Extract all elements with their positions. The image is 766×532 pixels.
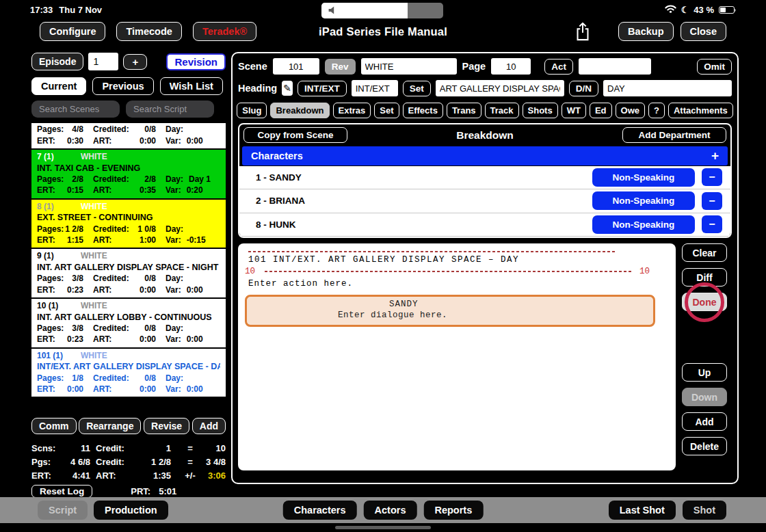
configure-button[interactable]: Configure [40, 22, 105, 41]
ert-value: 0:23 [67, 284, 83, 295]
int-ext-input[interactable] [352, 80, 398, 96]
revise-button[interactable]: Revise [144, 418, 189, 434]
heading-label: Heading [238, 83, 277, 94]
speaking-toggle-button[interactable]: Non-Speaking [592, 215, 695, 234]
scene-list-item-selected[interactable]: 101 (1) WHITE INT/EXT. ART GALLERY DISPL… [31, 349, 226, 399]
pages-label: Pages: [37, 373, 64, 384]
script-editor[interactable]: 101 INT/EXT. ART GALLERY DISPLAY SPACE –… [238, 243, 676, 470]
shot-button[interactable]: Shot [683, 501, 726, 520]
tab-extras[interactable]: Extras [333, 103, 371, 118]
tab-trans[interactable]: Trans [447, 103, 481, 118]
heading-edit-checkbox[interactable]: ✎ [282, 81, 293, 96]
reset-log-button[interactable]: Reset Log [31, 485, 92, 498]
scene-list-item[interactable]: INT. ART GALLERY DISPLAY SPACE - SAME...… [31, 123, 226, 150]
bottom-toolbar: Script Production Characters Actors Repo… [0, 497, 766, 523]
scene-list-item[interactable]: 9 (1) WHITE INT. ART GALLERY DISPLAY SPA… [31, 249, 226, 299]
episode-input[interactable] [88, 53, 118, 70]
var-value: -0:15 [187, 235, 206, 245]
act-input[interactable] [579, 58, 651, 75]
art-label: ART: [93, 334, 111, 345]
reports-button[interactable]: Reports [423, 501, 483, 520]
scene-number-input[interactable] [273, 58, 319, 75]
scene-heading-text: 101 INT/EXT. ART GALLERY DISPLAY SPACE –… [248, 255, 669, 265]
scene-list-item[interactable]: 7 (1) WHITE INT. TAXI CAB - EVENING Page… [31, 150, 226, 200]
scene-list[interactable]: INT. ART GALLERY DISPLAY SPACE - SAME...… [31, 123, 226, 413]
home-indicator[interactable] [335, 526, 431, 529]
add-element-button[interactable]: Add [682, 412, 727, 431]
scns-label: Scns: [31, 443, 62, 453]
scene-list-item[interactable]: 10 (1) WHITE INT. ART GALLERY LOBBY - CO… [31, 299, 226, 349]
act-button[interactable]: Act [544, 59, 573, 75]
selected-dialogue-block[interactable]: SANDY Enter dialogue here. [245, 295, 655, 327]
down-button[interactable]: Down [682, 388, 727, 406]
remove-character-button[interactable]: − [702, 192, 722, 210]
tab-track[interactable]: Track [485, 103, 519, 118]
diff-button[interactable]: Diff [682, 268, 727, 287]
clear-button[interactable]: Clear [682, 243, 727, 262]
timecode-button[interactable]: Timecode [116, 22, 181, 41]
search-script-input[interactable] [126, 101, 214, 118]
rev-button[interactable]: Rev [325, 59, 356, 75]
done-button[interactable]: Done [682, 293, 727, 311]
tab-slug[interactable]: Slug [237, 103, 267, 118]
set-button[interactable]: Set [403, 81, 431, 96]
pages-value: 4/8 [72, 124, 83, 135]
rearrange-button[interactable]: Rearrange [79, 418, 141, 434]
up-button[interactable]: Up [682, 363, 727, 382]
add-character-button[interactable]: + [711, 148, 719, 163]
day-label: Day: [166, 224, 183, 235]
comm-button[interactable]: Comm [31, 418, 77, 434]
actors-button[interactable]: Actors [364, 501, 417, 520]
scene-list-item[interactable]: 8 (1) WHITE EXT. STREET - CONTINUING Pag… [31, 200, 226, 250]
script-button[interactable]: Script [38, 501, 88, 520]
tab-attachments[interactable]: Attachments [668, 103, 733, 118]
revision-color-input[interactable] [361, 58, 457, 75]
volume-slider[interactable] [321, 3, 443, 18]
page-number-input[interactable] [491, 58, 531, 75]
speaking-toggle-button[interactable]: Non-Speaking [592, 168, 695, 187]
tab-wt[interactable]: WT [562, 103, 586, 118]
tab-owe[interactable]: Owe [616, 103, 645, 118]
search-scenes-input[interactable] [31, 101, 120, 118]
omit-button[interactable]: Omit [697, 59, 732, 75]
episode-button[interactable]: Episode [31, 53, 83, 70]
teradek-button[interactable]: Teradek® [193, 22, 256, 41]
add-episode-button[interactable]: + [123, 54, 147, 70]
characters-category-header[interactable]: Characters + [242, 146, 728, 165]
art-label: ART: [93, 235, 111, 245]
day-night-button[interactable]: D/N [569, 81, 598, 96]
tab-set[interactable]: Set [374, 103, 399, 118]
share-icon[interactable] [574, 22, 591, 41]
tab-breakdown[interactable]: Breakdown [270, 103, 329, 118]
backup-button[interactable]: Backup [618, 22, 673, 41]
tab-effects[interactable]: Effects [403, 103, 443, 118]
art-value: 0:00 [140, 135, 156, 146]
add-scene-button[interactable]: Add [192, 418, 226, 434]
tab-shots[interactable]: Shots [523, 103, 558, 118]
tab-previous[interactable]: Previous [92, 77, 153, 95]
totals-summary: Scns: 11 Credit: 1 = 10 Pgs: 4 6/8 Credi… [31, 441, 226, 498]
delete-element-button[interactable]: Delete [682, 437, 727, 455]
var-label: Var: [166, 235, 181, 245]
remove-character-button[interactable]: − [702, 168, 722, 186]
tab-current[interactable]: Current [31, 77, 86, 95]
production-button[interactable]: Production [94, 501, 168, 520]
close-button[interactable]: Close [681, 22, 727, 41]
action-placeholder-text[interactable]: Enter action here. [248, 279, 669, 289]
revision-button[interactable]: Revision [166, 53, 226, 70]
tab-question[interactable]: ? [648, 103, 665, 118]
characters-button[interactable]: Characters [283, 501, 357, 520]
credited-value: 0/8 [144, 373, 156, 384]
remove-character-button[interactable]: − [702, 215, 722, 233]
equals-sign: = [179, 443, 201, 453]
set-name-input[interactable] [436, 80, 564, 96]
tab-ed[interactable]: Ed [590, 103, 612, 118]
character-row: 2 - BRIANA Non-Speaking − [239, 189, 730, 213]
tab-wish-list[interactable]: Wish List [160, 77, 223, 95]
speaking-toggle-button[interactable]: Non-Speaking [592, 191, 695, 210]
day-night-input[interactable] [603, 80, 732, 96]
last-shot-button[interactable]: Last Shot [609, 501, 676, 520]
copy-from-scene-button[interactable]: Copy from Scene [243, 127, 347, 143]
add-department-button[interactable]: Add Department [622, 127, 726, 143]
int-ext-button[interactable]: INT/EXT [298, 81, 347, 96]
